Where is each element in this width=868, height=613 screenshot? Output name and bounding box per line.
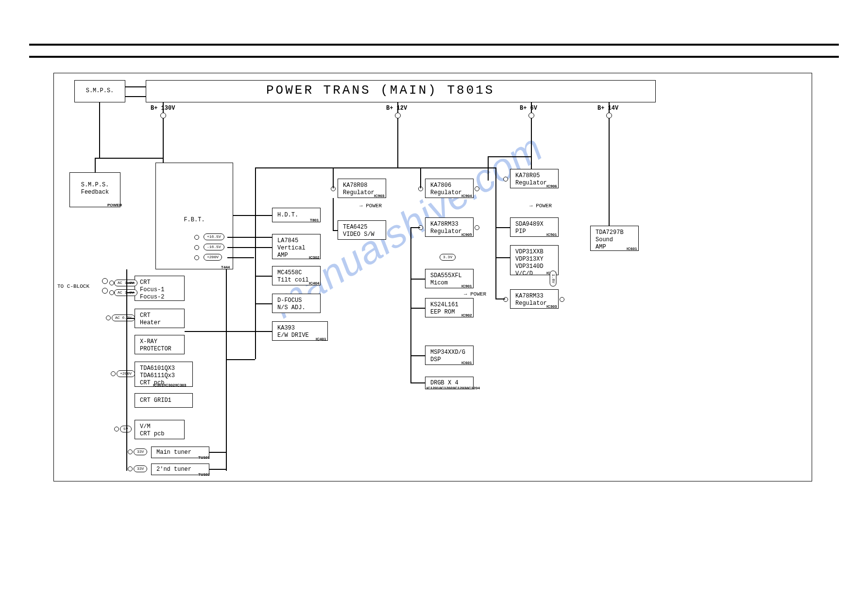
pill: 33V — [134, 465, 147, 472]
l: CRT — [140, 312, 151, 319]
vm-block: V/M CRT pcb — [135, 420, 185, 439]
wire — [609, 102, 610, 113]
wire — [227, 257, 254, 258]
l: VDP3140D — [515, 263, 544, 270]
wire — [495, 257, 510, 258]
l: TEA6425 — [343, 224, 367, 231]
wire — [488, 156, 489, 181]
fbt-block: F.B.T. — [155, 163, 233, 269]
wire — [95, 158, 96, 172]
ref: IC401 — [316, 337, 326, 341]
ref: T801 — [310, 218, 319, 222]
wire — [420, 167, 421, 188]
ref: IC902 — [461, 313, 472, 317]
l: Focus-2 — [140, 294, 164, 300]
l: SDA9489X — [515, 221, 544, 228]
wire — [125, 96, 146, 97]
l: PIP — [515, 228, 526, 235]
ref: IC404 — [309, 281, 319, 285]
l: TDA7297B — [596, 229, 624, 236]
l: TDA6111Qx3 — [140, 372, 175, 379]
label: S.M.P.S. — [81, 182, 109, 188]
tap-12v: B+ 12V — [386, 105, 407, 112]
l: N/S ADJ. — [277, 304, 306, 311]
wire — [333, 230, 338, 231]
port-icon — [128, 466, 133, 471]
wire — [255, 303, 272, 304]
wire — [333, 167, 334, 188]
wire — [126, 318, 135, 319]
l: KA78RM33 — [515, 293, 544, 299]
l: CRT pcb — [140, 431, 164, 437]
l: Micom — [430, 280, 448, 286]
l: D-FOCUS — [277, 297, 302, 304]
wire — [495, 167, 496, 298]
port-icon — [194, 235, 199, 240]
xray-block: X-RAY PROTECTOR — [135, 335, 185, 354]
wire — [609, 118, 610, 226]
l: DSP — [430, 356, 441, 363]
ref: IC303 — [546, 304, 557, 309]
wire — [233, 215, 272, 216]
wire — [163, 118, 164, 163]
wire — [255, 167, 256, 359]
wire — [410, 227, 420, 228]
ref: T444 — [221, 265, 230, 269]
wire — [227, 247, 272, 248]
pill: +200V — [117, 370, 135, 377]
power-arrow: → POWER — [529, 203, 552, 209]
l: KA7806 — [430, 182, 451, 189]
l: LA7845 — [277, 237, 298, 244]
port-icon — [194, 255, 199, 260]
ref: TU102 — [198, 472, 210, 477]
ref: IC906 — [546, 184, 557, 188]
ref: IC1201/IC1202/IC1203/IC1204 — [426, 386, 480, 390]
crt-focus-block: CRT Focus-1 Focus-2 — [135, 276, 185, 301]
wire — [125, 86, 146, 87]
l: KA78R05 — [515, 172, 540, 179]
wire — [226, 269, 227, 471]
ref: IC905 — [461, 232, 472, 237]
l: KA78RM33 — [430, 221, 459, 228]
port-icon — [102, 278, 108, 284]
port-icon — [475, 225, 479, 230]
wire — [163, 102, 164, 113]
port-icon — [109, 281, 114, 285]
l: Heater — [140, 319, 161, 326]
wire — [185, 331, 272, 332]
wire — [209, 469, 226, 470]
wire — [255, 276, 272, 277]
port-icon — [128, 449, 133, 454]
wire — [488, 156, 531, 157]
port-icon — [503, 297, 508, 302]
dfocus-block: D-FOCUS N/S ADJ. — [272, 294, 321, 313]
wire — [531, 102, 532, 113]
port-icon — [109, 290, 114, 295]
l: MSP34XXD/G — [430, 349, 465, 356]
wire — [397, 118, 398, 167]
ref: IC302 — [309, 255, 319, 260]
port-icon — [106, 315, 111, 320]
wire — [99, 102, 100, 158]
wire — [397, 102, 398, 113]
port-icon — [560, 297, 564, 302]
smps-block: S.M.P.S. — [74, 80, 125, 102]
l: VDP31XXB — [515, 249, 544, 255]
wire — [531, 118, 532, 169]
wire — [95, 158, 163, 159]
l: CRT — [140, 279, 151, 286]
l: Focus-1 — [140, 286, 164, 293]
l: KA78R08 — [343, 182, 367, 189]
wire — [227, 237, 272, 238]
wire — [255, 167, 495, 168]
l: VIDEO S/W — [343, 231, 374, 238]
l: Sound — [596, 236, 613, 243]
port-icon — [102, 288, 108, 294]
pill: 1.8V — [550, 270, 557, 286]
tap-6v: B+ 6V — [520, 105, 537, 112]
wire — [126, 282, 135, 283]
l: Regulator — [430, 189, 462, 196]
pill: 5V — [120, 426, 132, 432]
pill: 3.3V — [440, 254, 456, 261]
l: E/W DRIVE — [277, 332, 309, 339]
